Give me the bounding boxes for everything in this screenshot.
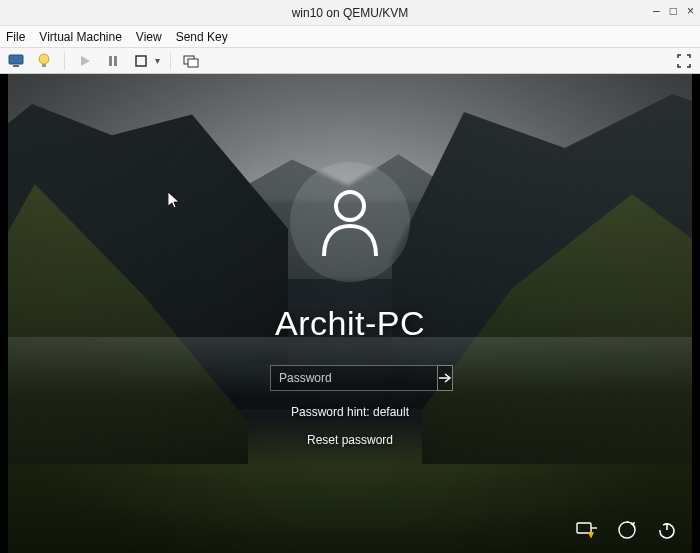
svg-point-15 <box>619 522 635 538</box>
snapshot-icon[interactable] <box>181 51 201 71</box>
submit-button[interactable] <box>437 365 453 391</box>
ease-of-access-icon[interactable] <box>616 519 638 541</box>
stop-icon[interactable] <box>131 51 151 71</box>
vm-window-titlebar: win10 on QEMU/KVM – □ × <box>0 0 700 26</box>
login-panel: Archit-PC Password hint: default Reset p… <box>8 162 692 447</box>
svg-rect-5 <box>109 56 112 66</box>
pause-icon[interactable] <box>103 51 123 71</box>
user-avatar <box>290 162 410 282</box>
svg-point-2 <box>39 54 49 64</box>
fullscreen-icon[interactable] <box>674 51 694 71</box>
lockscreen-corner-icons <box>576 519 678 541</box>
menu-virtual-machine[interactable]: Virtual Machine <box>39 30 122 44</box>
toolbar-separator <box>64 52 65 70</box>
window-minimize-button[interactable]: – <box>653 4 660 18</box>
svg-rect-7 <box>136 56 146 66</box>
network-icon[interactable] <box>576 519 598 541</box>
window-close-button[interactable]: × <box>687 4 694 18</box>
svg-marker-4 <box>81 56 90 66</box>
password-input[interactable] <box>270 365 437 391</box>
vm-window-title: win10 on QEMU/KVM <box>292 6 409 20</box>
reset-password-link[interactable]: Reset password <box>307 433 393 447</box>
menu-send-key[interactable]: Send Key <box>176 30 228 44</box>
arrow-right-icon <box>438 372 452 384</box>
svg-rect-9 <box>188 59 198 67</box>
svg-rect-1 <box>13 65 19 67</box>
menu-view[interactable]: View <box>136 30 162 44</box>
bulb-icon[interactable] <box>34 51 54 71</box>
window-maximize-button[interactable]: □ <box>670 4 677 18</box>
svg-rect-6 <box>114 56 117 66</box>
monitor-icon[interactable] <box>6 51 26 71</box>
vm-menubar: File Virtual Machine View Send Key <box>0 26 700 48</box>
svg-marker-14 <box>589 533 593 537</box>
play-icon[interactable] <box>75 51 95 71</box>
svg-rect-12 <box>577 523 591 533</box>
svg-point-10 <box>336 192 364 220</box>
password-row <box>270 365 430 391</box>
svg-rect-0 <box>9 55 23 64</box>
stop-dropdown-icon[interactable]: ▾ <box>155 55 160 66</box>
toolbar-separator <box>170 52 171 70</box>
password-hint-label: Password hint: default <box>291 405 409 419</box>
vm-toolbar: ▾ <box>0 48 700 74</box>
username-label: Archit-PC <box>275 304 425 343</box>
menu-file[interactable]: File <box>6 30 25 44</box>
user-icon <box>318 186 382 258</box>
power-icon[interactable] <box>656 519 678 541</box>
svg-rect-3 <box>42 64 46 67</box>
guest-display[interactable]: Archit-PC Password hint: default Reset p… <box>0 74 700 553</box>
